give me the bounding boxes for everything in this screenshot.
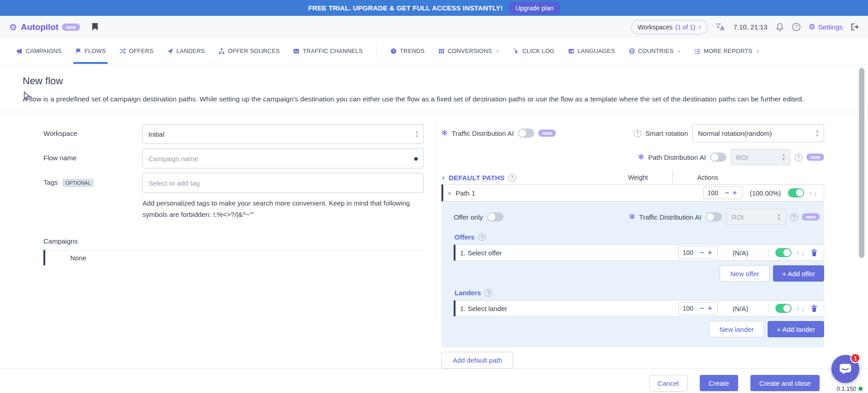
new-offer-button[interactable]: New offer bbox=[720, 265, 769, 282]
workspaces-selector[interactable]: Workspaces (1 of 1) ∨ bbox=[631, 20, 708, 34]
offer-weight-stepper: − + bbox=[678, 246, 718, 259]
traffic-ai-toggle[interactable] bbox=[518, 129, 534, 138]
add-offer-button[interactable]: + Add offer bbox=[773, 265, 824, 282]
move-down-icon[interactable]: ↓ bbox=[814, 189, 818, 197]
path-ai-help-icon[interactable]: ? bbox=[795, 153, 802, 161]
nav-tab-more-reports[interactable]: MORE REPORTS ∨ bbox=[694, 38, 759, 64]
move-up-icon[interactable]: ↑ bbox=[809, 189, 812, 197]
nav-tab-languages[interactable]: A LANGUAGES bbox=[568, 38, 615, 64]
path-weight-input[interactable] bbox=[707, 189, 723, 196]
create-and-close-button[interactable]: Create and close bbox=[750, 375, 820, 391]
bookmark-icon[interactable] bbox=[92, 23, 98, 31]
brand-group[interactable]: ⚙ Autopilot new bbox=[9, 22, 80, 32]
workspace-field: Initial ∧∨ bbox=[142, 124, 424, 144]
lander-buttons: New lander + Add lander bbox=[454, 321, 824, 337]
default-paths-header[interactable]: ∨ DEFAULT PATHS ? bbox=[441, 174, 604, 182]
offer-weight-input[interactable] bbox=[683, 249, 698, 256]
path-traffic-ai-help-icon[interactable]: ? bbox=[790, 213, 798, 221]
add-default-path-wrap: Add default path bbox=[441, 352, 824, 369]
offer-actions: ↑ ↓ bbox=[768, 248, 817, 257]
move-up-icon[interactable]: ↑ bbox=[796, 249, 800, 257]
add-lander-button[interactable]: + Add lander bbox=[768, 321, 824, 337]
traffic-channels-icon: Ad bbox=[293, 48, 299, 54]
path-traffic-ai-metric-field: ROI ∧∨ bbox=[726, 209, 786, 225]
offer-sources-icon bbox=[218, 48, 225, 54]
select-stepper-icon: ∧∨ bbox=[782, 153, 785, 161]
flow-name-input[interactable] bbox=[142, 149, 424, 168]
nav-tab-landers[interactable]: LANDERS bbox=[167, 38, 205, 64]
plus-icon[interactable]: + bbox=[706, 249, 714, 256]
nav-tab-countries[interactable]: COUNTRIES ∨ bbox=[629, 38, 681, 64]
nav-tab-conversions[interactable]: CONVERSIONS ∨ bbox=[438, 38, 499, 64]
add-default-path-button[interactable]: Add default path bbox=[441, 352, 513, 369]
new-lander-button[interactable]: New lander bbox=[709, 321, 764, 337]
color-dot-icon[interactable]: ● bbox=[413, 154, 418, 163]
chevron-down-icon: ∨ bbox=[698, 24, 701, 29]
smart-rotation-help-icon[interactable]: ? bbox=[634, 129, 641, 137]
lander-weight-input[interactable] bbox=[683, 305, 698, 312]
flow-name-row: Flow name ● bbox=[43, 149, 424, 168]
offer-row[interactable]: 1. Select offer − + (N/A) ↑ bbox=[454, 244, 824, 261]
path-traffic-ai-metric-select[interactable]: ROI bbox=[726, 209, 786, 225]
nav-tab-traffic-channels[interactable]: Ad TRAFFIC CHANNELS bbox=[293, 38, 363, 64]
path-row[interactable]: ∨ Path 1 − + (100.00%) ↑ ↓ bbox=[441, 184, 824, 201]
upgrade-plan-button[interactable]: Upgrade plan bbox=[509, 2, 560, 14]
offer-only-toggle[interactable] bbox=[487, 212, 503, 221]
move-down-icon[interactable]: ↓ bbox=[802, 249, 805, 257]
minus-icon[interactable]: − bbox=[698, 305, 706, 312]
scrollbar[interactable] bbox=[859, 68, 864, 258]
delete-offer-icon[interactable] bbox=[811, 249, 817, 256]
translate-icon[interactable]: x A bbox=[716, 23, 725, 31]
plus-icon[interactable]: + bbox=[731, 189, 739, 196]
tags-input[interactable] bbox=[142, 173, 424, 193]
nav-tab-trends[interactable]: TRENDS bbox=[390, 38, 425, 64]
nav-tab-click-log[interactable]: CLICK LOG bbox=[513, 38, 555, 64]
nav-label: OFFER SOURCES bbox=[228, 48, 280, 54]
campaigns-none-value: None bbox=[70, 254, 86, 262]
new-badge: new bbox=[802, 213, 820, 220]
workspaces-count: (1 of 1) bbox=[675, 24, 695, 31]
countries-icon bbox=[629, 48, 635, 54]
offers-icon bbox=[119, 48, 126, 54]
cancel-button[interactable]: Cancel bbox=[649, 375, 688, 392]
minus-icon[interactable]: − bbox=[723, 189, 730, 196]
minus-icon[interactable]: − bbox=[698, 249, 706, 256]
path-name: Path 1 bbox=[455, 189, 475, 197]
workspace-select[interactable]: Initial bbox=[142, 124, 424, 144]
path-reorder: ↑ ↓ bbox=[809, 189, 817, 197]
workspace-row: Workspace Initial ∧∨ bbox=[43, 124, 424, 144]
page-description: A flow is a predefined set of campaign d… bbox=[23, 93, 832, 105]
lander-row[interactable]: 1. Select lander − + (N/A) bbox=[454, 300, 824, 316]
smart-rotation-select[interactable]: Normal rotation(random) bbox=[692, 124, 824, 142]
flow-name-label: Flow name bbox=[43, 149, 142, 168]
default-paths-help-icon[interactable]: ? bbox=[508, 174, 516, 182]
nav-tab-offer-sources[interactable]: OFFER SOURCES bbox=[218, 38, 280, 64]
nav-tab-flows[interactable]: FLOWS bbox=[75, 38, 106, 64]
chat-widget-button[interactable]: 1 bbox=[831, 355, 859, 383]
svg-text:A: A bbox=[720, 25, 725, 31]
create-button[interactable]: Create bbox=[700, 375, 738, 391]
path-ai-toggle[interactable] bbox=[710, 153, 726, 162]
landers-help-icon[interactable]: ? bbox=[484, 289, 492, 297]
notifications-bell-icon[interactable] bbox=[776, 23, 784, 31]
click-log-icon bbox=[513, 48, 519, 54]
help-icon[interactable]: ? bbox=[792, 23, 801, 31]
settings-button[interactable]: ⚙ Settings bbox=[809, 23, 843, 31]
plus-icon[interactable]: + bbox=[706, 305, 714, 312]
path-traffic-ai-toggle[interactable] bbox=[706, 212, 722, 221]
lander-enabled-toggle[interactable] bbox=[775, 304, 792, 313]
nav-tab-campaigns[interactable]: CAMPAIGNS bbox=[16, 38, 62, 64]
move-up-icon[interactable]: ↑ bbox=[796, 305, 800, 312]
offers-help-icon[interactable]: ? bbox=[478, 233, 486, 241]
nav-tab-offers[interactable]: OFFERS bbox=[119, 38, 153, 64]
select-stepper-icon: ∧∨ bbox=[816, 129, 819, 137]
offer-weight-percent: (N/A) bbox=[722, 249, 759, 257]
move-down-icon[interactable]: ↓ bbox=[802, 305, 805, 312]
offer-enabled-toggle[interactable] bbox=[775, 248, 792, 257]
path-ai-metric-select[interactable]: ROI bbox=[730, 149, 791, 165]
svg-text:?: ? bbox=[795, 24, 798, 30]
logout-icon[interactable] bbox=[851, 23, 859, 31]
chevron-down-icon: ∨ bbox=[678, 49, 681, 53]
delete-lander-icon[interactable] bbox=[811, 305, 817, 312]
path-enabled-toggle[interactable] bbox=[788, 188, 804, 197]
